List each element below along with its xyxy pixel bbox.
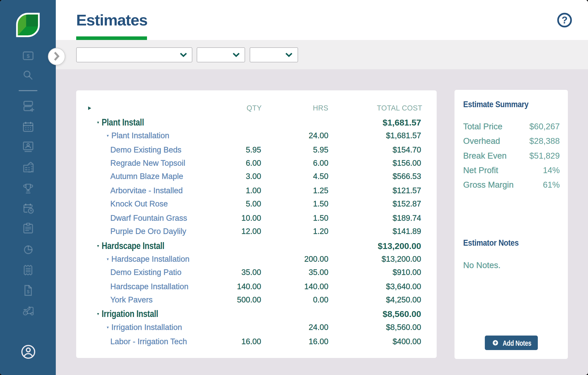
- svg-text:$: $: [27, 289, 30, 294]
- svg-text:?: ?: [562, 15, 567, 25]
- svg-text:$: $: [27, 53, 30, 59]
